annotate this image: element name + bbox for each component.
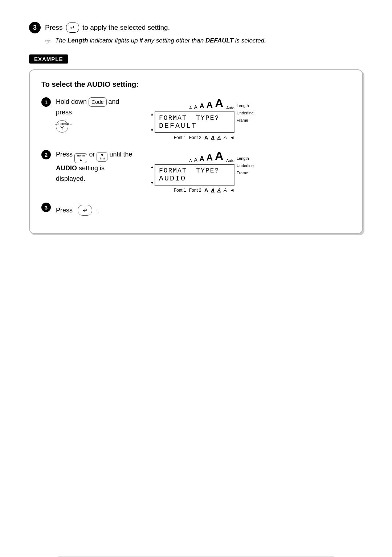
step3-header: 3 Press ↵ to apply the selected setting. bbox=[29, 22, 363, 33]
code-key: Code bbox=[89, 97, 106, 107]
enter-key-inner: ↵ bbox=[78, 205, 92, 216]
lcd1-auto: Auto bbox=[226, 106, 234, 110]
step2-text2: or bbox=[89, 151, 95, 158]
lcd1-length: Length bbox=[237, 102, 254, 110]
inner-step1-content: Hold down Code and press A.Format Y . A … bbox=[56, 97, 351, 141]
lcd2-auto: Auto bbox=[226, 158, 234, 163]
step3-circle: 3 bbox=[29, 22, 41, 33]
lcd2-screen: FORMAT TYPE? AUDIO bbox=[155, 164, 234, 186]
lcd2-row2: AUDIO bbox=[159, 174, 230, 183]
lcd1-bottom: Font 1 Font 2 A A A A ◄ bbox=[171, 134, 234, 141]
step2-text1: Press bbox=[56, 151, 73, 158]
inner-step3-circle: 3 bbox=[41, 203, 51, 212]
lcd1-frame: Frame bbox=[237, 117, 254, 124]
step3-text: Press ↵ to apply the selected setting. bbox=[45, 23, 170, 33]
lcd2-font2: Font 2 bbox=[189, 188, 201, 193]
lcd1-font2: Font 2 bbox=[189, 135, 201, 140]
lcd1-bk: A bbox=[224, 135, 227, 140]
inner-step1-circle: 1 bbox=[41, 97, 51, 107]
lcd2-screen-row: ▲ ▼ FORMAT TYPE? AUDIO bbox=[150, 164, 234, 186]
lcd1-underline: Underline bbox=[237, 110, 254, 117]
step1-text3: . bbox=[70, 119, 72, 126]
lcd2-bottom: Font 1 Font 2 A A A A ◄ bbox=[171, 187, 234, 193]
inner-step1-left: Hold down Code and press A.Format Y . bbox=[56, 97, 136, 133]
lcd2-font1: Font 1 bbox=[174, 188, 186, 193]
lcd2-biu: A bbox=[217, 187, 221, 193]
lcd2-container: A A A A A Auto ▲ ▼ bbox=[150, 149, 351, 193]
enter-key: ↵ bbox=[66, 23, 79, 33]
lcd2-fb: A bbox=[194, 157, 197, 163]
lcd2-backspace: ◄ bbox=[230, 187, 234, 193]
lcd1-row2: DEFAULT bbox=[159, 122, 230, 130]
step3-press: Press bbox=[56, 207, 73, 214]
inner-step1: 1 Hold down Code and press A.Format Y . … bbox=[41, 97, 351, 141]
lcd2-bb: A bbox=[204, 187, 208, 193]
lcd2-fa: A bbox=[189, 158, 192, 163]
lcd1-fe: A bbox=[215, 97, 223, 110]
step3-dot: . bbox=[97, 207, 99, 214]
down-key: ▼ End bbox=[97, 152, 107, 162]
note-bold2: DEFAULT bbox=[205, 37, 233, 44]
note-row: ☞ The Length indicator lights up if any … bbox=[45, 37, 363, 46]
lcd1-fa: A bbox=[189, 106, 192, 110]
lcd1-arrows: ▲ ▼ bbox=[150, 111, 155, 133]
home-key-arrow: ▲ bbox=[79, 158, 83, 162]
lcd1-screen: FORMAT TYPE? DEFAULT bbox=[155, 111, 234, 133]
note-icon: ☞ bbox=[45, 38, 51, 46]
lcd2-fc: A bbox=[200, 155, 204, 163]
lcd2-fd: A bbox=[207, 153, 213, 163]
lcd2-bk: A bbox=[224, 187, 227, 193]
lcd1-biu: A bbox=[217, 135, 221, 140]
lcd1-backspace: ◄ bbox=[230, 135, 234, 140]
inner-step2-right: A A A A A Auto ▲ ▼ bbox=[150, 149, 351, 193]
inner-step2-content: Press Home ▲ or ▼ End until the AUDIO se… bbox=[56, 149, 351, 193]
inner-step3: 3 Press ↵ . bbox=[41, 202, 351, 216]
lcd2-arrows: ▲ ▼ bbox=[150, 164, 155, 186]
note-text: The Length indicator lights up if any se… bbox=[55, 37, 266, 44]
lcd1-arrow-up: ▲ bbox=[150, 112, 154, 116]
home-key: Home ▲ bbox=[74, 153, 87, 163]
inner-step2-circle: 2 bbox=[41, 150, 51, 159]
home-key-label: Home bbox=[77, 154, 85, 158]
lcd1-fc: A bbox=[200, 102, 204, 110]
lcd1-row1: FORMAT TYPE? bbox=[159, 114, 230, 122]
step2-text3: until the bbox=[109, 151, 132, 158]
example-box: To select the AUDIO setting: 1 Hold down… bbox=[29, 69, 363, 234]
lcd2-arrow-down: ▼ bbox=[150, 181, 154, 185]
step2-audio: AUDIO bbox=[56, 164, 77, 172]
lcd1-fb: A bbox=[194, 104, 197, 110]
step3-press-label: Press bbox=[45, 24, 63, 31]
lcd1-right: Length Underline Frame bbox=[237, 97, 254, 124]
note-text1: The bbox=[55, 37, 68, 44]
note-text2: indicator lights up if any setting other… bbox=[88, 37, 205, 44]
lcd2-right: Length Underline Frame bbox=[237, 149, 254, 176]
lcd1-fd: A bbox=[207, 100, 213, 110]
example-title: To select the AUDIO setting: bbox=[41, 80, 351, 89]
lcd1-arrow-down: ▼ bbox=[150, 128, 154, 132]
example-badge: EXAMPLE bbox=[29, 54, 68, 64]
lcd1-container: A A A A A Auto ▲ ▼ bbox=[150, 97, 351, 141]
lcd2-left: A A A A A Auto ▲ ▼ bbox=[150, 149, 234, 193]
lcd2-font-row: A A A A A Auto bbox=[186, 149, 234, 163]
lcd2-fe: A bbox=[215, 149, 223, 163]
lcd1-font1: Font 1 bbox=[174, 135, 186, 140]
y-key-letter: Y bbox=[60, 126, 64, 131]
note-text3: is selected. bbox=[233, 37, 266, 44]
lcd2-arrow-up: ▲ bbox=[150, 165, 154, 169]
lcd2-frame: Frame bbox=[237, 170, 254, 177]
inner-step3-content: Press ↵ . bbox=[56, 205, 99, 216]
inner-step2-left: Press Home ▲ or ▼ End until the AUDIO se… bbox=[56, 149, 136, 184]
lcd2-underline: Underline bbox=[237, 162, 254, 170]
lcd2-row1: FORMAT TYPE? bbox=[159, 167, 230, 174]
lcd1-screen-row: ▲ ▼ FORMAT TYPE? DEFAULT bbox=[150, 111, 234, 133]
step1-text1: Hold down bbox=[56, 98, 87, 105]
step3-apply-label: to apply the selected setting. bbox=[82, 24, 170, 31]
inner-step2: 2 Press Home ▲ or ▼ End until the AUDIO … bbox=[41, 149, 351, 193]
lcd1-bb: A bbox=[204, 134, 208, 141]
note-bold1: Length bbox=[68, 37, 88, 44]
y-key: A.Format Y bbox=[56, 120, 68, 133]
lcd2-bi: A bbox=[211, 187, 215, 193]
lcd1-left: A A A A A Auto ▲ ▼ bbox=[150, 97, 234, 141]
down-key-label: End bbox=[99, 157, 105, 160]
lcd1-font-row: A A A A A Auto bbox=[186, 97, 234, 110]
